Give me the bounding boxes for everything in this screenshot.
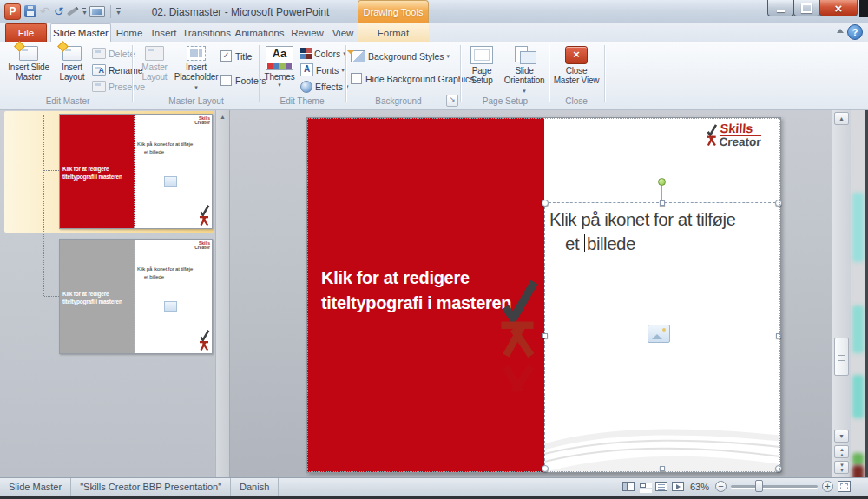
tab-animations[interactable]: Animations [233, 23, 286, 42]
title-checkbox-row[interactable]: ✓ Title [220, 50, 252, 62]
resize-handle-top-right[interactable] [775, 200, 782, 207]
resize-handle-right[interactable] [776, 333, 781, 338]
colors-button[interactable]: Colors▾ [300, 46, 346, 61]
slide-editing-canvas: Klik for at redigere titeltypografi i ma… [229, 110, 832, 477]
scroll-up-icon[interactable]: ▲ [218, 112, 227, 121]
rotation-handle[interactable] [658, 178, 666, 186]
pen-icon[interactable] [68, 6, 80, 16]
resize-handle-bottom-left[interactable] [542, 465, 549, 472]
slide-layout-thumbnail[interactable]: Klik for at redigere titeltypografi i ma… [59, 239, 213, 354]
fonts-button[interactable]: A Fonts▾ [300, 62, 345, 77]
resize-handle-bottom[interactable] [660, 466, 665, 471]
next-slide-button[interactable]: ▼▼ [834, 461, 849, 474]
tab-insert[interactable]: Insert [148, 23, 181, 42]
thumbnail-pane-scrollbar[interactable]: ▲ [215, 110, 230, 477]
zoom-level[interactable]: 63% [690, 482, 709, 492]
close-master-view-button[interactable]: × Close Master View [552, 44, 601, 96]
tab-file[interactable]: File [5, 23, 47, 42]
thumbnail-title-text: Klik for at redigere titeltypografi i ma… [62, 290, 135, 305]
tab-format[interactable]: Format [358, 23, 429, 42]
picture-placeholder[interactable]: Klik på ikonet for at tilføje etbillede [544, 202, 779, 469]
page-setup-button[interactable]: Page Setup [464, 44, 500, 96]
logo-mark-large [495, 272, 540, 364]
scroll-down-icon[interactable]: ▼ [834, 430, 849, 443]
resize-handle-left[interactable] [542, 333, 548, 338]
slide-orientation-icon [513, 46, 536, 64]
tab-transitions[interactable]: Transitions [181, 23, 233, 42]
thumbnail-image-placeholder-icon [164, 176, 177, 187]
close-button[interactable]: × [819, 0, 858, 16]
insert-placeholder-button[interactable]: Insert Placeholder ▾ [174, 44, 219, 96]
tab-home[interactable]: Home [113, 23, 146, 42]
tab-review[interactable]: Review [288, 23, 326, 42]
insert-picture-icon[interactable] [648, 325, 670, 343]
tab-view[interactable]: View [328, 23, 358, 42]
effects-button[interactable]: Effects▾ [300, 79, 348, 94]
status-view-name[interactable]: Slide Master [0, 478, 71, 496]
thumbnail-title-panel: Klik for at redigere titeltypografi i ma… [60, 240, 135, 353]
background-dialog-launcher-icon[interactable]: ↘ [446, 95, 458, 107]
logo-mark-icon [705, 123, 718, 146]
slideshow-icon[interactable] [89, 6, 105, 17]
status-theme-name[interactable]: "Skills Creator BBP Presentation" [71, 478, 231, 496]
pen-dropdown-icon[interactable]: ▾ [82, 8, 86, 16]
slide-master-thumbnail[interactable]: Klik for at redigere titeltypografi i ma… [59, 114, 213, 229]
screen-corner [859, 0, 868, 17]
insert-slide-master-button[interactable]: Insert Slide Master [5, 44, 52, 96]
powerpoint-logo-icon[interactable]: P [4, 3, 21, 20]
zoom-slider[interactable] [731, 485, 818, 488]
group-label-master-layout: Master Layout [135, 96, 257, 106]
help-icon[interactable]: ? [847, 24, 863, 40]
zoom-in-icon[interactable]: + [822, 481, 833, 492]
themes-button[interactable]: Aa Themes ▾ [262, 44, 297, 96]
slide-show-view-icon[interactable] [672, 482, 684, 491]
thumbnail-logo: SkillsCreator [194, 116, 210, 125]
tab-slide-master[interactable]: Slide Master [50, 23, 111, 42]
footers-checkbox[interactable] [220, 75, 232, 86]
zoom-slider-thumb[interactable] [755, 480, 763, 492]
slide-sorter-view-icon[interactable] [639, 482, 651, 491]
close-master-view-icon: × [565, 46, 588, 64]
slide-orientation-button[interactable]: Slide Orientation ▾ [502, 44, 547, 96]
thumbnail-body-text: Klik på ikonet for at tilføje et billede [137, 266, 211, 280]
group-label-edit-theme: Edit Theme [262, 96, 342, 106]
group-label-background: Background [351, 96, 446, 106]
fit-slide-to-window-icon[interactable] [838, 481, 851, 492]
effects-icon [300, 81, 312, 93]
insert-layout-button[interactable]: Insert Layout [54, 44, 90, 96]
group-label-page-setup: Page Setup [464, 96, 547, 106]
rename-icon: A [92, 64, 106, 76]
save-icon[interactable] [24, 5, 36, 17]
skills-creator-logo: Skills Creator [705, 123, 761, 148]
maximize-button[interactable] [793, 0, 820, 16]
themes-icon: Aa [266, 46, 293, 70]
normal-view-icon[interactable] [622, 482, 635, 491]
window-controls: × [768, 0, 858, 16]
previous-slide-button[interactable]: ▲▲ [834, 445, 849, 458]
delete-icon [92, 48, 106, 59]
resize-handle-bottom-right[interactable] [775, 465, 782, 472]
hide-background-graphics-checkbox[interactable] [351, 73, 362, 84]
vertical-scrollbar[interactable]: ▲ ▼ ▲▲ ▼▼ [832, 110, 851, 477]
reading-view-icon[interactable] [655, 482, 667, 491]
slide[interactable]: Klik for at redigere titeltypografi i ma… [306, 117, 781, 473]
rotation-handle-stem [661, 185, 662, 200]
page-setup-icon [470, 46, 493, 64]
zoom-out-icon[interactable]: − [715, 481, 727, 492]
fonts-icon: A [300, 63, 313, 76]
minimize-button[interactable] [767, 0, 794, 16]
status-language[interactable]: Danish [231, 478, 279, 496]
resize-handle-top[interactable] [660, 200, 665, 206]
minimize-ribbon-icon[interactable] [837, 29, 844, 33]
thumbnail-body-text: Klik på ikonet for at tilføje et billede [137, 141, 211, 155]
thumbnail-logo-mark-icon [198, 204, 210, 226]
background-styles-button[interactable]: Background Styles▾ [351, 49, 450, 63]
scroll-up-icon[interactable]: ▲ [834, 112, 849, 125]
title-checkbox[interactable]: ✓ [220, 50, 232, 62]
scrollbar-thumb[interactable] [834, 338, 849, 376]
redo-icon[interactable]: ↺ [54, 5, 64, 17]
thumbnail-logo: SkillsCreator [194, 241, 210, 250]
hide-background-graphics-row[interactable]: Hide Background Graphics [351, 73, 474, 84]
resize-handle-top-left[interactable] [542, 200, 549, 207]
master-layout-icon [145, 46, 164, 61]
